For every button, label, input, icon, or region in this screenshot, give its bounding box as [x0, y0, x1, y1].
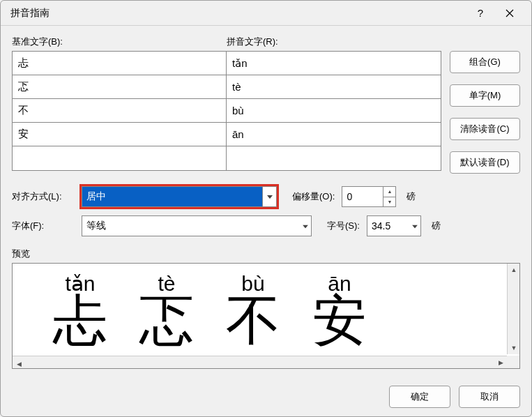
dialog-buttons: 确定 取消: [1, 377, 531, 416]
titlebar: 拼音指南 ?: [1, 1, 531, 26]
cancel-button[interactable]: 取消: [459, 386, 520, 408]
single-button[interactable]: 单字(M): [450, 84, 520, 107]
ruby-cell[interactable]: tǎn: [227, 52, 441, 75]
data-table: 忐 tǎn 忑 tè 不 bù 安 ān: [12, 51, 441, 171]
combine-button[interactable]: 组合(G): [450, 51, 520, 73]
chevron-down-icon: [412, 222, 418, 230]
table-row: [13, 146, 441, 170]
preview-item: tè 忑: [139, 273, 194, 343]
default-reading-button[interactable]: 默认读音(D): [450, 151, 520, 174]
base-text-header: 基准文字(B):: [12, 36, 227, 48]
base-cell[interactable]: 安: [13, 123, 227, 146]
preview-item: tǎn 忐: [53, 273, 107, 343]
offset-unit: 磅: [406, 190, 416, 203]
font-value: 等线: [86, 220, 106, 232]
chevron-down-icon: [262, 187, 276, 206]
table-headers: 基准文字(B): 拼音文字(R):: [12, 36, 441, 48]
size-unit: 磅: [432, 220, 441, 232]
alignment-row: 对齐方式(L): 居中 偏移量(O): 0 ▲ ▼ 磅: [12, 186, 520, 207]
base-cell[interactable]: 不: [13, 99, 227, 122]
ruby-cell[interactable]: tè: [227, 75, 441, 98]
size-value: 34.5: [372, 220, 390, 232]
preview-item: bù 不: [226, 273, 280, 343]
base-cell[interactable]: 忐: [13, 52, 227, 75]
size-combo[interactable]: 34.5: [367, 215, 421, 236]
scroll-down-icon[interactable]: ▼: [508, 342, 520, 354]
base-cell[interactable]: [13, 146, 227, 170]
phonetic-guide-dialog: 拼音指南 ? 基准文字(B): 拼音文字(R): 忐 tǎn 忑: [0, 0, 532, 417]
spinner-up-icon[interactable]: ▲: [383, 187, 395, 197]
base-cell[interactable]: 忑: [13, 75, 227, 98]
top-section: 基准文字(B): 拼音文字(R): 忐 tǎn 忑 tè 不 bù: [12, 36, 520, 174]
alignment-label: 对齐方式(L):: [12, 190, 75, 203]
clear-reading-button[interactable]: 清除读音(C): [450, 118, 520, 140]
help-button[interactable]: ?: [466, 3, 495, 24]
dialog-content: 基准文字(B): 拼音文字(R): 忐 tǎn 忑 tè 不 bù: [1, 26, 531, 377]
dialog-title: 拼音指南: [10, 7, 466, 20]
size-label: 字号(S):: [327, 220, 360, 232]
preview-content: tǎn 忐 tè 忑 bù 不 ān 安: [26, 273, 506, 343]
horizontal-scrollbar[interactable]: ◀ ▶: [13, 356, 507, 368]
scroll-left-icon[interactable]: ◀: [13, 358, 25, 369]
font-combo[interactable]: 等线: [82, 215, 312, 236]
ruby-text-header: 拼音文字(R):: [227, 36, 441, 48]
table-row: 忐 tǎn: [13, 52, 441, 75]
chevron-down-icon: [303, 222, 308, 230]
spinner-arrows: ▲ ▼: [383, 187, 395, 206]
table-row: 不 bù: [13, 99, 441, 123]
table-row: 安 ān: [13, 123, 441, 146]
preview-base: 安: [312, 297, 367, 343]
offset-value: 0: [347, 191, 352, 202]
spinner-down-icon[interactable]: ▼: [383, 197, 395, 207]
alignment-value: 居中: [86, 190, 106, 203]
preview-base: 不: [226, 297, 280, 343]
alignment-combo[interactable]: 居中: [82, 186, 277, 207]
offset-spinner[interactable]: 0 ▲ ▼: [342, 186, 396, 207]
ok-button[interactable]: 确定: [389, 386, 450, 408]
form-rows: 对齐方式(L): 居中 偏移量(O): 0 ▲ ▼ 磅: [12, 186, 520, 245]
close-icon: [506, 9, 514, 17]
preview-base: 忐: [53, 297, 107, 343]
side-button-group: 组合(G) 单字(M) 清除读音(C) 默认读音(D): [450, 36, 520, 174]
preview-item: ān 安: [312, 273, 367, 343]
input-table-area: 基准文字(B): 拼音文字(R): 忐 tǎn 忑 tè 不 bù: [12, 36, 441, 174]
preview-label: 预览: [12, 248, 520, 260]
font-row: 字体(F): 等线 字号(S): 34.5 磅: [12, 215, 520, 236]
close-button[interactable]: [495, 3, 524, 24]
ruby-cell[interactable]: bù: [227, 99, 441, 122]
offset-label: 偏移量(O):: [292, 190, 335, 203]
table-row: 忑 tè: [13, 75, 441, 99]
scrollbar-corner: [507, 356, 519, 368]
scroll-right-icon[interactable]: ▶: [494, 356, 507, 369]
preview-base: 忑: [139, 297, 194, 343]
vertical-scrollbar[interactable]: ▲ ▼: [507, 264, 519, 354]
preview-section: 预览 tǎn 忐 tè 忑 bù 不 ān: [12, 248, 520, 369]
ruby-cell[interactable]: [227, 146, 441, 170]
preview-box: tǎn 忐 tè 忑 bù 不 ān 安: [12, 263, 520, 369]
scroll-up-icon[interactable]: ▲: [508, 264, 520, 276]
ruby-cell[interactable]: ān: [227, 123, 441, 146]
font-label: 字体(F):: [12, 220, 75, 232]
